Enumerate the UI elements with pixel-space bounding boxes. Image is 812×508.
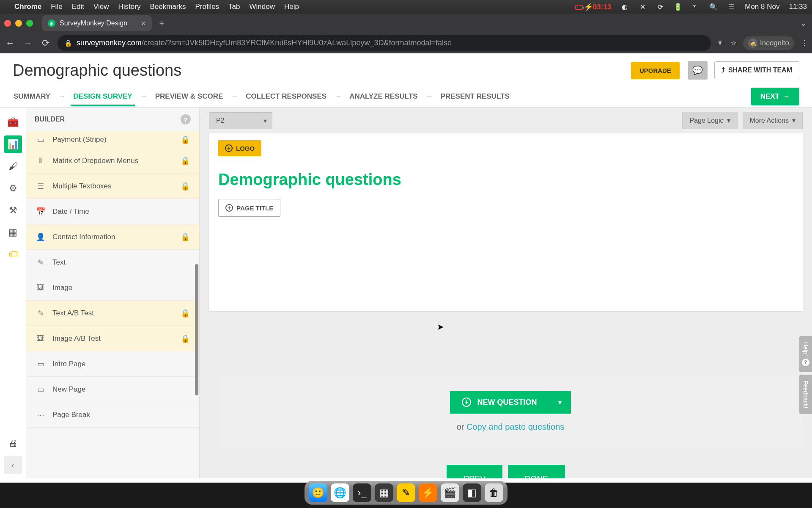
dock-terminal-icon[interactable]: ›_: [353, 483, 371, 502]
search-icon[interactable]: 🔍: [709, 3, 718, 11]
browser-toolbar: ← → ⟳ 🔒 surveymonkey.com/create/?sm=JVk5…: [0, 33, 812, 53]
window-minimize[interactable]: [15, 20, 22, 27]
builder-item-icon: ☰: [36, 182, 46, 191]
rail-print-icon[interactable]: 🖨: [4, 434, 22, 452]
feedback-tab[interactable]: Feedback!: [799, 375, 812, 414]
dock-app8-icon[interactable]: ◧: [463, 483, 481, 502]
menu-file[interactable]: File: [51, 3, 62, 11]
lock-icon: 🔒: [181, 309, 190, 318]
dock-app7-icon[interactable]: 🎬: [441, 483, 459, 502]
builder-item[interactable]: 🖼Image: [26, 275, 199, 301]
wifi-icon[interactable]: ᯤ: [691, 3, 700, 11]
window-close[interactable]: [4, 20, 11, 27]
tab-overflow-icon[interactable]: ⌄: [801, 19, 806, 28]
status-icon-1[interactable]: ◐: [620, 3, 629, 11]
builder-item[interactable]: ⫴Matrix of Dropdown Menus🔒: [26, 148, 199, 174]
rail-logic-icon[interactable]: ⚙: [4, 179, 22, 197]
prev-button[interactable]: PREV: [447, 465, 502, 478]
window-maximize[interactable]: [26, 20, 33, 27]
rail-build-icon[interactable]: 🧰: [4, 113, 22, 131]
dock-app6-icon[interactable]: ⚡: [419, 483, 437, 502]
menu-history[interactable]: History: [118, 3, 140, 11]
rail-layout-icon[interactable]: ▦: [4, 224, 22, 241]
browser-tab[interactable]: ◉ SurveyMonkey Design : ×: [42, 15, 152, 31]
menubar-app[interactable]: Chrome: [14, 3, 41, 11]
menubar-date[interactable]: Mon 8 Nov: [745, 3, 779, 11]
menu-tab[interactable]: Tab: [228, 3, 240, 11]
done-button[interactable]: DONE: [508, 465, 565, 478]
step-preview[interactable]: PREVIEW & SCORE: [154, 92, 224, 101]
builder-item[interactable]: ✎Text: [26, 250, 199, 275]
builder-item[interactable]: 🖼Image A/B Test🔒: [26, 326, 199, 351]
new-question-dropdown[interactable]: ▾: [549, 391, 571, 414]
logo-label: LOGO: [236, 145, 255, 152]
dock-chrome-icon[interactable]: 🌐: [331, 483, 349, 502]
page-logic-label: Page Logic: [689, 117, 723, 124]
scrollbar-thumb[interactable]: [195, 264, 198, 395]
address-bar[interactable]: 🔒 surveymonkey.com/create/?sm=JVk5lDHcyf…: [58, 35, 711, 51]
rail-options-icon[interactable]: ⚒: [4, 202, 22, 219]
help-icon[interactable]: ?: [181, 114, 191, 124]
lock-icon: 🔒: [181, 232, 190, 242]
page-logic-button[interactable]: Page Logic ▾: [682, 112, 737, 129]
battery-icon[interactable]: 🔋: [674, 3, 682, 11]
menu-bookmarks[interactable]: Bookmarks: [150, 3, 186, 11]
tab-close-icon[interactable]: ×: [141, 19, 146, 28]
builder-item[interactable]: ▭New Page: [26, 377, 199, 402]
dock-finder-icon[interactable]: 🙂: [309, 483, 327, 502]
dock-notes-icon[interactable]: ✎: [397, 483, 415, 502]
builder-item[interactable]: ▭Payment (Stripe)🔒: [26, 131, 199, 148]
add-page-title-button[interactable]: +PAGE TITLE: [218, 199, 280, 217]
builder-item-icon: 🖼: [36, 334, 46, 343]
rail-style-icon[interactable]: 📊: [4, 135, 22, 153]
help-tab[interactable]: Help!?: [799, 336, 812, 372]
step-analyze[interactable]: ANALYZE RESULTS: [348, 92, 419, 101]
dock-trash-icon[interactable]: 🗑: [485, 483, 503, 502]
dock-app4-icon[interactable]: ▦: [375, 483, 393, 502]
eye-off-icon[interactable]: 👁: [717, 39, 724, 47]
star-icon[interactable]: ☆: [730, 39, 736, 47]
or-paste-row: or Copy and paste questions: [218, 422, 803, 432]
add-logo-button[interactable]: +LOGO: [218, 140, 261, 156]
page-title-label: PAGE TITLE: [236, 204, 273, 212]
next-button[interactable]: NEXT→: [751, 88, 799, 105]
builder-item[interactable]: 👤Contact Information🔒: [26, 224, 199, 250]
survey-title[interactable]: Demographic questions: [218, 171, 803, 189]
builder-item[interactable]: ⋯Page Break: [26, 402, 199, 428]
step-collect[interactable]: COLLECT RESPONSES: [245, 92, 327, 101]
step-present[interactable]: PRESENT RESULTS: [440, 92, 510, 101]
rail-tag-icon[interactable]: 🏷: [4, 246, 22, 263]
builder-item[interactable]: 📅Date / Time: [26, 199, 199, 224]
builder-list[interactable]: ▭Payment (Stripe)🔒⫴Matrix of Dropdown Me…: [26, 131, 199, 428]
nav-back-icon[interactable]: ←: [4, 38, 16, 49]
step-design[interactable]: DESIGN SURVEY: [72, 92, 133, 101]
copy-paste-link[interactable]: Copy and paste questions: [466, 422, 564, 431]
menu-window[interactable]: Window: [250, 3, 275, 11]
builder-item[interactable]: ✎Text A/B Test🔒: [26, 301, 199, 326]
status-icon-2[interactable]: ✕: [638, 3, 647, 11]
nav-reload-icon[interactable]: ⟳: [40, 38, 52, 49]
kebab-menu-icon[interactable]: ⋮: [801, 39, 808, 47]
new-tab-button[interactable]: +: [156, 17, 168, 30]
page-selector[interactable]: P2: [209, 112, 272, 129]
builder-item[interactable]: ☰Multiple Textboxes🔒: [26, 174, 199, 199]
step-summary[interactable]: SUMMARY: [13, 92, 51, 101]
new-question-button[interactable]: +NEW QUESTION ▾: [450, 391, 571, 414]
battery-status[interactable]: ⚡03:13: [575, 3, 611, 11]
menubar-time[interactable]: 11:33: [789, 3, 807, 11]
menu-edit[interactable]: Edit: [72, 3, 84, 11]
status-icon-3[interactable]: ⟳: [656, 3, 664, 11]
comments-button[interactable]: 💬: [688, 61, 708, 80]
menu-view[interactable]: View: [93, 3, 109, 11]
rail-collapse-button[interactable]: ‹: [4, 456, 22, 474]
more-actions-button[interactable]: More Actions ▾: [743, 112, 803, 129]
lock-icon: 🔒: [181, 156, 190, 166]
builder-item[interactable]: ▭Intro Page: [26, 351, 199, 377]
menu-help[interactable]: Help: [284, 3, 299, 11]
share-team-button[interactable]: ⤴SHARE WITH TEAM: [714, 61, 799, 79]
menu-profiles[interactable]: Profiles: [195, 3, 219, 11]
rail-theme-icon[interactable]: 🖌: [4, 157, 22, 175]
incognito-badge[interactable]: 🕵 Incognito: [743, 36, 794, 50]
control-center-icon[interactable]: ☰: [727, 3, 735, 11]
upgrade-button[interactable]: UPGRADE: [631, 62, 680, 79]
